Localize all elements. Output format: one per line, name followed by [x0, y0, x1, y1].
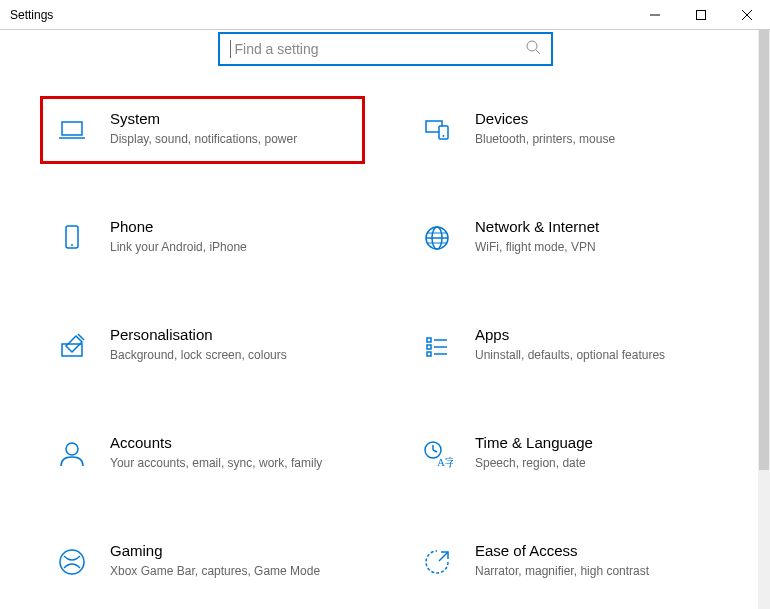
- svg-line-29: [433, 450, 437, 452]
- globe-icon: [417, 218, 457, 258]
- tile-desc: Link your Android, iPhone: [110, 239, 353, 256]
- tile-desc: Xbox Game Bar, captures, Game Mode: [110, 563, 353, 580]
- svg-line-5: [536, 50, 540, 54]
- tile-title: System: [110, 110, 353, 127]
- tile-desc: Display, sound, notifications, power: [110, 131, 353, 148]
- tile-desc: Background, lock screen, colours: [110, 347, 353, 364]
- svg-point-4: [527, 41, 537, 51]
- tile-network[interactable]: Network & Internet WiFi, flight mode, VP…: [405, 204, 730, 272]
- tile-time-language[interactable]: A字 Time & Language Speech, region, date: [405, 420, 730, 488]
- tile-personalisation[interactable]: Personalisation Background, lock screen,…: [40, 312, 365, 380]
- svg-text:A字: A字: [437, 456, 453, 468]
- svg-rect-9: [439, 126, 448, 139]
- search-icon: [525, 39, 541, 59]
- tile-apps[interactable]: Apps Uninstall, defaults, optional featu…: [405, 312, 730, 380]
- svg-point-31: [60, 550, 84, 574]
- tile-title: Accounts: [110, 434, 353, 451]
- devices-icon: [417, 110, 457, 150]
- tile-title: Phone: [110, 218, 353, 235]
- search-input[interactable]: Find a setting: [218, 32, 553, 66]
- tile-system[interactable]: System Display, sound, notifications, po…: [40, 96, 365, 164]
- window-title: Settings: [10, 8, 53, 22]
- close-button[interactable]: [724, 0, 770, 30]
- svg-rect-24: [427, 352, 431, 356]
- tile-title: Ease of Access: [475, 542, 718, 559]
- svg-point-10: [443, 135, 445, 137]
- laptop-icon: [52, 110, 92, 150]
- tile-desc: Narrator, magnifier, high contrast: [475, 563, 718, 580]
- tile-desc: Speech, region, date: [475, 455, 718, 472]
- tile-title: Apps: [475, 326, 718, 343]
- phone-icon: [52, 218, 92, 258]
- tile-devices[interactable]: Devices Bluetooth, printers, mouse: [405, 96, 730, 164]
- search-placeholder: Find a setting: [235, 41, 525, 57]
- window-controls: [632, 0, 770, 30]
- tile-title: Network & Internet: [475, 218, 718, 235]
- tile-desc: Your accounts, email, sync, work, family: [110, 455, 353, 472]
- tile-title: Devices: [475, 110, 718, 127]
- paint-icon: [52, 326, 92, 366]
- minimize-button[interactable]: [632, 0, 678, 30]
- svg-rect-1: [697, 10, 706, 19]
- svg-rect-6: [62, 122, 82, 135]
- tile-accounts[interactable]: Accounts Your accounts, email, sync, wor…: [40, 420, 365, 488]
- tile-desc: WiFi, flight mode, VPN: [475, 239, 718, 256]
- text-caret: [230, 40, 231, 58]
- tile-title: Personalisation: [110, 326, 353, 343]
- tile-title: Time & Language: [475, 434, 718, 451]
- svg-rect-22: [427, 345, 431, 349]
- list-icon: [417, 326, 457, 366]
- svg-point-26: [66, 443, 78, 455]
- maximize-button[interactable]: [678, 0, 724, 30]
- tile-ease-of-access[interactable]: Ease of Access Narrator, magnifier, high…: [405, 528, 730, 596]
- svg-rect-20: [427, 338, 431, 342]
- tile-desc: Uninstall, defaults, optional features: [475, 347, 718, 364]
- titlebar: Settings: [0, 0, 770, 30]
- tile-phone[interactable]: Phone Link your Android, iPhone: [40, 204, 365, 272]
- tile-desc: Bluetooth, printers, mouse: [475, 131, 718, 148]
- svg-point-12: [71, 244, 73, 246]
- person-icon: [52, 434, 92, 474]
- time-language-icon: A字: [417, 434, 457, 474]
- search-container: Find a setting: [0, 32, 770, 66]
- scrollbar-thumb[interactable]: [759, 30, 769, 470]
- tile-gaming[interactable]: Gaming Xbox Game Bar, captures, Game Mod…: [40, 528, 365, 596]
- ease-access-icon: [417, 542, 457, 582]
- settings-grid: System Display, sound, notifications, po…: [0, 96, 770, 596]
- gaming-icon: [52, 542, 92, 582]
- tile-title: Gaming: [110, 542, 353, 559]
